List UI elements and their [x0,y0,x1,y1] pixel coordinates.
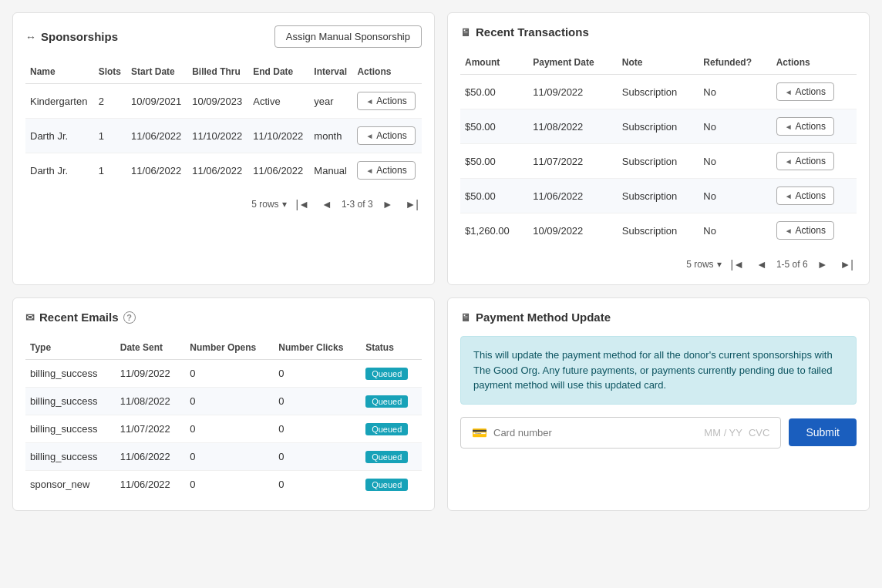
actions-button[interactable]: Actions [776,117,834,136]
col-number-opens: Number Opens [185,336,274,360]
col-slots: Slots [94,60,126,84]
table-row: billing_success 11/08/2022 0 0 Queued [25,388,422,415]
emails-header: ✉ Recent Emails ? [25,311,422,324]
last-page-btn-tx[interactable]: ►| [837,257,857,272]
payment-title: 🖥 Payment Method Update [460,311,611,324]
actions-button[interactable]: Actions [776,186,834,205]
status-badge: Queued [365,395,408,408]
cvc-placeholder: CVC [749,427,769,438]
actions-button[interactable]: Actions [776,82,834,101]
col-end-date: End Date [248,60,309,84]
transactions-title: 🖥 Recent Transactions [460,25,589,39]
first-page-btn-tx[interactable]: |◄ [728,257,748,272]
card-number-field[interactable]: 💳 MM / YY CVC [460,417,781,449]
card-number-input[interactable] [493,427,636,438]
emails-table: Type Date Sent Number Opens Number Click… [25,336,422,498]
status-badge: Queued [365,368,408,380]
status-badge: Queued [365,423,408,435]
col-status: Status [361,336,422,360]
actions-button[interactable]: Actions [776,221,834,240]
transactions-header: 🖥 Recent Transactions [460,25,857,39]
table-row: Kindergarten 2 10/09/2021 10/09/2023 Act… [25,84,422,119]
page-info: 1-3 of 3 [342,199,373,210]
col-actions: Actions [352,60,422,84]
sponsorships-table: Name Slots Start Date Billed Thru End Da… [25,60,422,187]
status-badge: Queued [365,479,408,491]
help-icon[interactable]: ? [123,311,136,324]
col-actions: Actions [772,51,857,75]
sponsorships-header: ↔ Sponsorships Assign Manual Sponsorship [25,25,422,48]
credit-card-icon: 💳 [472,425,487,440]
transactions-rows-select[interactable]: 5 rows ▾ [686,259,721,270]
sponsorships-icon: ↔ [25,31,36,43]
card-input-row: 💳 MM / YY CVC Submit [460,417,857,449]
prev-page-btn[interactable]: ◄ [318,197,335,212]
col-note: Note [618,51,699,75]
payment-info-box: This will update the payment method for … [460,336,857,405]
sponsorships-panel: ↔ Sponsorships Assign Manual Sponsorship… [12,12,435,285]
payment-icon: 🖥 [460,311,471,324]
next-page-btn-tx[interactable]: ► [814,257,831,272]
payment-method-panel: 🖥 Payment Method Update This will update… [447,297,870,511]
table-row: Darth Jr. 1 11/06/2022 11/10/2022 11/10/… [25,119,422,153]
table-row: $1,260.00 10/09/2022 Subscription No Act… [460,213,857,248]
col-type: Type [25,336,116,360]
sponsorships-rows-select[interactable]: 5 rows ▾ [251,199,286,210]
recent-emails-panel: ✉ Recent Emails ? Type Date Sent Number … [12,297,435,511]
col-amount: Amount [460,51,528,75]
col-billed-thru: Billed Thru [187,60,248,84]
first-page-btn[interactable]: |◄ [293,197,313,212]
table-row: $50.00 11/07/2022 Subscription No Action… [460,144,857,179]
transactions-icon: 🖥 [460,26,471,39]
sponsorships-pagination: 5 rows ▾ |◄ ◄ 1-3 of 3 ► ►| [25,197,422,212]
table-row: billing_success 11/09/2022 0 0 Queued [25,360,422,388]
col-name: Name [25,60,94,84]
table-row: $50.00 11/08/2022 Subscription No Action… [460,109,857,144]
table-row: billing_success 11/06/2022 0 0 Queued [25,443,422,471]
mm-yy-placeholder: MM / YY [704,427,742,438]
col-date-sent: Date Sent [116,336,186,360]
table-row: $50.00 11/09/2022 Subscription No Action… [460,75,857,109]
submit-button[interactable]: Submit [789,418,857,446]
status-badge: Queued [365,451,408,463]
transactions-table: Amount Payment Date Note Refunded? Actio… [460,51,857,247]
col-refunded: Refunded? [699,51,771,75]
table-row: sponsor_new 11/06/2022 0 0 Queued [25,471,422,499]
table-row: Darth Jr. 1 11/06/2022 11/06/2022 11/06/… [25,153,422,188]
recent-transactions-panel: 🖥 Recent Transactions Amount Payment Dat… [447,12,870,285]
emails-title: ✉ Recent Emails ? [25,311,136,324]
payment-header: 🖥 Payment Method Update [460,311,857,324]
actions-button[interactable]: Actions [357,126,415,145]
next-page-btn[interactable]: ► [379,197,396,212]
col-interval: Interval [309,60,352,84]
table-row: $50.00 11/06/2022 Subscription No Action… [460,179,857,213]
email-icon: ✉ [25,311,35,324]
col-payment-date: Payment Date [528,51,617,75]
col-start-date: Start Date [126,60,187,84]
table-row: billing_success 11/07/2022 0 0 Queued [25,415,422,443]
col-number-clicks: Number Clicks [274,336,361,360]
last-page-btn[interactable]: ►| [402,197,422,212]
page-info-tx: 1-5 of 6 [776,259,808,270]
actions-button[interactable]: Actions [357,92,415,110]
actions-button[interactable]: Actions [357,161,415,180]
prev-page-btn-tx[interactable]: ◄ [753,257,770,272]
sponsorships-title: ↔ Sponsorships [25,30,118,43]
assign-manual-sponsorship-button[interactable]: Assign Manual Sponsorship [274,25,422,48]
transactions-pagination: 5 rows ▾ |◄ ◄ 1-5 of 6 ► ►| [460,257,857,272]
actions-button[interactable]: Actions [776,152,834,170]
